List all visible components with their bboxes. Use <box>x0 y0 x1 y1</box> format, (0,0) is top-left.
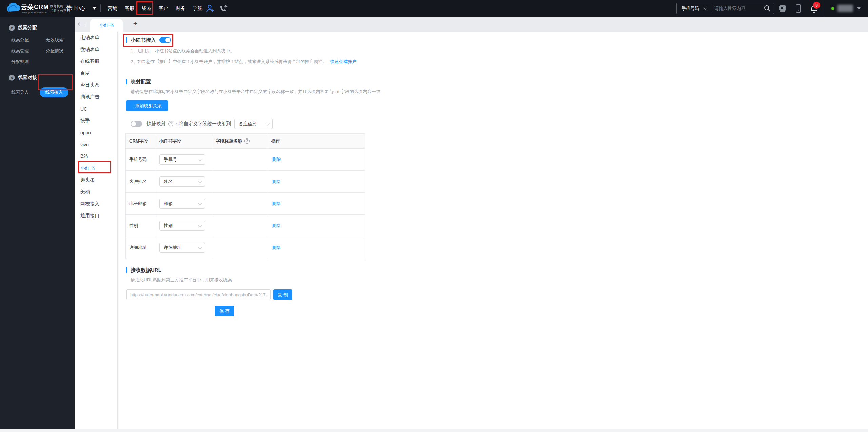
nav-menu: 营销 客服 线索 客户 财务 学服 <box>108 0 202 17</box>
access-toggle[interactable] <box>159 37 171 43</box>
xhs-field-select[interactable]: 性别 <box>159 221 205 231</box>
nav-divider <box>100 4 101 12</box>
sidebar-item-clue-import[interactable]: 线索导入 <box>11 89 29 96</box>
channel-generic-api[interactable]: 通用接口 <box>75 210 117 222</box>
help-icon[interactable]: ? <box>168 121 173 126</box>
search-icon[interactable] <box>764 5 770 12</box>
channel-vivo[interactable]: vivo <box>75 138 117 150</box>
mapping-table: CRM字段 小红书字段 字段标题名称 ? 操作 手机号码 手机号 删除 客户姓名… <box>125 133 365 259</box>
search-input[interactable] <box>711 6 764 11</box>
sidebar-item-assign-rules[interactable]: 分配规则 <box>11 58 46 65</box>
delete-link[interactable]: 删除 <box>268 223 281 229</box>
delete-link[interactable]: 删除 <box>268 245 281 251</box>
col-header-xhs-field: 小红书字段 <box>155 134 212 149</box>
url-title-row: 接收数据URL <box>126 266 161 274</box>
channel-baidu[interactable]: 百度 <box>75 67 117 79</box>
sidebar-item-clue-access-active[interactable]: 线索接入 <box>40 87 68 97</box>
workbench-terminal-icon[interactable] <box>778 4 787 13</box>
create-account-link[interactable]: 快速创建账户 <box>330 59 357 64</box>
help-icon[interactable]: ? <box>244 138 250 144</box>
sidebar-item-assign-status[interactable]: 分配情况 <box>46 47 80 55</box>
brand-url: www.yunduocrm.com <box>22 11 47 14</box>
xhs-field-select[interactable]: 手机号 <box>159 154 205 165</box>
table-row-title-cell <box>212 237 268 259</box>
receive-url-input[interactable]: https://outcrmapi.yunduocrm.com/external… <box>126 289 271 300</box>
left-sidebar: e 线索分配 线索分配 无效线索 线索管理 分配情况 分配规则 s 线索对接 线… <box>0 17 75 429</box>
tab-xiaohongshu[interactable]: 小红书 <box>90 19 123 32</box>
quick-mapping-suffix: ：将自定义字段统一映射到 <box>174 121 231 127</box>
sidebar-group-items: 线索分配 无效线索 线索管理 分配情况 分配规则 <box>0 36 75 65</box>
access-section-title: 小红书接入 <box>131 37 156 43</box>
add-person-icon[interactable] <box>205 4 214 13</box>
sidebar-item-clue-assign[interactable]: 线索分配 <box>11 36 46 44</box>
channel-wechat-form[interactable]: 微销表单 <box>75 43 117 55</box>
channel-meiyou[interactable]: 美柚 <box>75 186 117 198</box>
save-button[interactable]: 保存 <box>215 306 234 316</box>
table-row-crm-cell: 性别 <box>126 215 155 237</box>
channel-school-access[interactable]: 网校接入 <box>75 198 117 210</box>
channel-qutoutiao[interactable]: 趣头条 <box>75 174 117 186</box>
channel-oppo[interactable]: oppo <box>75 127 117 138</box>
channel-tencent-ads[interactable]: 腾讯广告 <box>75 91 117 103</box>
chevron-down-icon <box>265 121 269 125</box>
brand-divider <box>47 4 47 13</box>
sidebar-item-invalid-clues[interactable]: 无效线索 <box>46 36 80 44</box>
user-chevron-down-icon[interactable] <box>857 7 861 10</box>
xhs-field-select[interactable]: 详细地址 <box>159 243 205 253</box>
section-marker <box>126 267 127 273</box>
channel-telesales-form[interactable]: 电销表单 <box>75 32 117 43</box>
channel-online-service[interactable]: 在线客服 <box>75 55 117 67</box>
delete-link[interactable]: 删除 <box>268 201 281 207</box>
chevron-down-icon[interactable] <box>92 7 96 10</box>
notification-badge: 8 <box>813 2 820 9</box>
search-category-select[interactable]: 手机号码 <box>677 5 699 12</box>
copy-button[interactable]: 复制 <box>273 289 292 300</box>
channel-toutiao[interactable]: 今日头条 <box>75 79 117 91</box>
section-marker <box>126 37 127 43</box>
add-tab-button[interactable]: + <box>130 19 140 29</box>
url-section-title: 接收数据URL <box>131 267 161 274</box>
channel-bilibili[interactable]: B站 <box>75 150 117 162</box>
col-header-field-title: 字段标题名称 ? <box>212 134 268 149</box>
page: 云朵CRM www.yunduocrm.com 教育机构一站 式服务云平台 管理… <box>0 0 868 432</box>
channel-xiaohongshu-active[interactable]: 小红书 <box>75 162 117 174</box>
sidebar-group-clue-connect: s 线索对接 <box>0 74 75 82</box>
xhs-field-select[interactable]: 邮箱 <box>159 199 205 209</box>
quick-mapping-toggle[interactable] <box>131 121 142 127</box>
table-row-action-cell: 删除 <box>268 193 365 215</box>
delete-link[interactable]: 删除 <box>268 156 281 163</box>
nav-item-clues[interactable]: 线索 <box>142 5 151 12</box>
access-title-row: 小红书接入 <box>126 36 171 44</box>
chevron-down-icon[interactable] <box>703 6 707 10</box>
avatar[interactable] <box>837 5 853 12</box>
channel-uc[interactable]: UC <box>75 103 117 115</box>
table-row-crm-cell: 详细地址 <box>126 237 155 259</box>
quick-mapping-select[interactable]: 备注信息 <box>234 119 273 129</box>
mobile-phone-icon[interactable] <box>794 4 803 13</box>
call-phone-icon[interactable] <box>219 4 228 13</box>
chevron-down-icon <box>198 157 202 161</box>
xhs-field-select[interactable]: 姓名 <box>159 176 205 187</box>
cloud-logo-icon <box>5 3 21 14</box>
nav-item-marketing[interactable]: 营销 <box>108 5 117 12</box>
table-row-action-cell: 删除 <box>268 215 365 237</box>
nav-item-finance[interactable]: 财务 <box>176 5 185 12</box>
add-mapping-button[interactable]: +添加映射关系 <box>126 100 168 111</box>
tab-bar <box>75 17 868 32</box>
nav-item-service[interactable]: 客服 <box>125 5 134 12</box>
access-tip-2: 2、如果您在【推广】中创建了小红书账户，并维护了站点，线索进入系统后将获得全部的… <box>131 59 357 65</box>
collapse-panel-icon[interactable] <box>78 21 86 27</box>
online-status-dot <box>831 7 834 10</box>
table-row-xhs-cell: 邮箱 <box>155 193 212 215</box>
table-row-crm-cell: 客户姓名 <box>126 171 155 193</box>
delete-link[interactable]: 删除 <box>268 179 281 185</box>
channel-kuaishou[interactable]: 快手 <box>75 115 117 127</box>
mapping-section-title: 映射配置 <box>131 79 151 85</box>
nav-item-customers[interactable]: 客户 <box>159 5 168 12</box>
table-row-xhs-cell: 详细地址 <box>155 237 212 259</box>
sidebar-item-clue-manage[interactable]: 线索管理 <box>11 47 46 55</box>
access-tip-1: 1、启用后，小红书站点的线索会自动进入到系统中。 <box>131 48 234 54</box>
nav-quick-icons <box>205 0 228 17</box>
nav-admin-center[interactable]: 管理中心 <box>66 0 85 17</box>
nav-item-study[interactable]: 学服 <box>193 5 202 12</box>
